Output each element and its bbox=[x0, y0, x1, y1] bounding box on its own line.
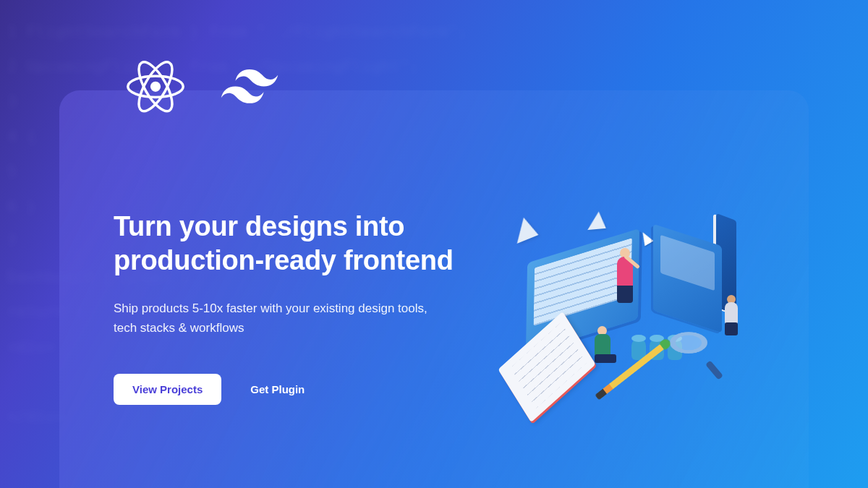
react-icon bbox=[127, 58, 184, 119]
view-projects-button[interactable]: View Projects bbox=[114, 374, 221, 405]
magnifier-icon bbox=[670, 324, 715, 369]
person-standing-icon bbox=[617, 249, 637, 300]
person-sitting-icon bbox=[595, 328, 616, 367]
paper-plane-icon bbox=[509, 215, 539, 244]
person-sitting-icon bbox=[725, 295, 739, 335]
svg-point-0 bbox=[150, 82, 161, 92]
hero-headline: Turn your designs into production-ready … bbox=[114, 210, 490, 278]
get-plugin-button[interactable]: Get Plugin bbox=[244, 374, 310, 405]
tech-logos bbox=[127, 58, 278, 119]
hero-card: Turn your designs into production-ready … bbox=[59, 90, 809, 488]
cta-row: View Projects Get Plugin bbox=[114, 374, 490, 405]
paper-plane-icon bbox=[586, 211, 606, 230]
panel-icon bbox=[653, 224, 722, 333]
hero-illustration bbox=[490, 181, 765, 412]
tailwind-icon bbox=[221, 69, 278, 107]
hero-content: Turn your designs into production-ready … bbox=[114, 188, 490, 405]
hero-subheadline: Ship products 5-10x faster with your exi… bbox=[114, 299, 446, 338]
cursor-icon bbox=[638, 230, 653, 247]
